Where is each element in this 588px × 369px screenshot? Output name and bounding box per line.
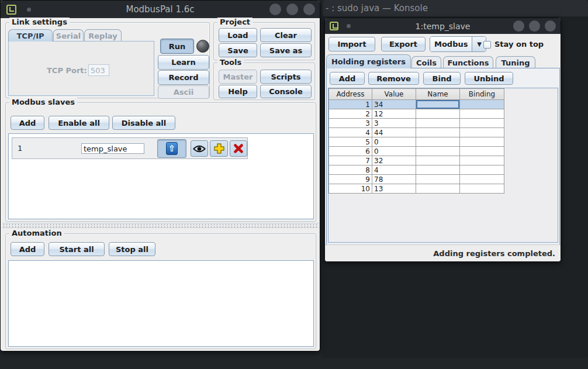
start-all-button[interactable]: Start all [49,242,105,256]
tab-holding-registers[interactable]: Holding registers [326,54,411,68]
save-as-button[interactable]: Save as [260,43,312,57]
table-row[interactable]: 50 [329,137,504,147]
minimize-button[interactable] [513,20,524,32]
value-cell[interactable]: 32 [372,156,416,165]
binding-cell[interactable] [460,119,504,128]
table-row[interactable]: 134 [329,100,504,109]
name-cell[interactable] [416,147,460,156]
save-button[interactable]: Save [219,43,257,57]
binding-cell[interactable] [460,147,504,156]
name-cell[interactable] [416,175,460,184]
run-button[interactable]: Run [160,39,194,54]
value-cell[interactable]: 44 [372,128,416,137]
name-cell[interactable] [416,137,460,147]
register-add-button[interactable]: Add [330,72,365,85]
address-cell[interactable]: 9 [329,175,372,184]
value-column-header[interactable]: Value [372,89,416,100]
tab-functions[interactable]: Functions [443,56,493,68]
tab-coils[interactable]: Coils [411,56,441,68]
tcp-port-field[interactable] [88,64,109,76]
binding-cell[interactable] [460,156,504,165]
table-row[interactable]: 60 [329,147,504,156]
close-button[interactable] [545,20,556,32]
import-button[interactable]: Import [328,37,375,51]
name-cell[interactable] [416,156,460,165]
ascii-button[interactable]: Ascii [158,85,209,99]
konsole-titlebar[interactable]: - : sudo java — Konsole [323,0,588,16]
value-cell[interactable]: 0 [372,147,416,156]
close-button[interactable] [303,4,315,15]
stop-all-button[interactable]: Stop all [109,242,155,256]
value-cell[interactable]: 3 [372,119,416,128]
binding-column-header[interactable]: Binding [460,89,504,100]
stay-on-top-checkbox[interactable] [483,41,491,49]
disable-all-button[interactable]: Disable all [112,116,175,130]
slave-add-button[interactable]: Add [11,116,44,130]
value-cell[interactable]: 4 [372,165,416,175]
name-cell[interactable] [416,128,460,137]
address-cell[interactable]: 3 [329,119,372,128]
value-cell[interactable]: 34 [372,100,416,109]
binding-cell[interactable] [460,137,504,147]
tab-tuning[interactable]: Tuning [496,56,535,68]
tab-tcpip[interactable]: TCP/IP [8,29,53,42]
enable-all-button[interactable]: Enable all [49,116,109,130]
export-button[interactable]: Export [381,37,426,51]
value-cell[interactable]: 12 [372,109,416,119]
name-column-header[interactable]: Name [416,89,460,100]
help-button[interactable]: Help [219,85,257,98]
table-row[interactable]: 732 [329,156,504,165]
value-cell[interactable]: 13 [372,184,416,194]
table-row[interactable]: 444 [329,128,504,137]
name-cell[interactable] [416,184,460,194]
binding-cell[interactable] [460,128,504,137]
table-row[interactable]: 978 [329,175,504,184]
table-row[interactable]: 33 [329,119,504,128]
name-cell[interactable] [416,109,460,119]
binding-cell[interactable] [460,184,504,194]
slave-titlebar[interactable]: 1:temp_slave [325,18,561,34]
modbuspal-titlebar[interactable]: ModbusPal 1.6c [1,1,320,18]
register-remove-button[interactable]: Remove [368,72,419,85]
name-cell[interactable] [416,119,460,128]
master-button[interactable]: Master [219,70,257,84]
address-column-header[interactable]: Address [329,89,372,100]
address-cell[interactable]: 5 [329,137,372,147]
slave-enable-toggle[interactable]: ⇧ [157,139,186,158]
load-button[interactable]: Load [219,28,257,42]
address-cell[interactable]: 4 [329,128,372,137]
address-cell[interactable]: 2 [329,109,372,119]
minimize-button[interactable] [269,4,281,15]
binding-cell[interactable] [460,109,504,119]
binding-cell[interactable] [460,175,504,184]
address-cell[interactable]: 6 [329,147,372,156]
address-cell[interactable]: 1 [329,100,372,109]
record-button[interactable]: Record [158,70,209,85]
table-row[interactable]: 212 [329,109,504,119]
automation-add-button[interactable]: Add [11,242,44,256]
slave-view-button[interactable] [191,140,208,157]
binding-cell[interactable] [460,165,504,175]
scripts-button[interactable]: Scripts [260,70,312,84]
bind-button[interactable]: Bind [423,72,461,85]
binding-cell[interactable] [460,100,504,109]
slave-delete-button[interactable] [230,140,247,157]
value-cell[interactable]: 0 [372,137,416,147]
value-cell[interactable]: 78 [372,175,416,184]
console-button[interactable]: Console [260,85,312,98]
table-row[interactable]: 84 [329,165,504,175]
protocol-select[interactable]: Modbus ▼ [430,36,486,52]
learn-button[interactable]: Learn [158,55,209,70]
unbind-button[interactable]: Unbind [465,72,513,85]
slave-name-field[interactable] [81,143,144,154]
splitter-handle[interactable] [2,223,319,228]
maximize-button[interactable] [529,20,540,32]
address-cell[interactable]: 7 [329,156,372,165]
address-cell[interactable]: 8 [329,165,372,175]
clear-button[interactable]: Clear [260,28,312,42]
slave-row[interactable]: 1 ⇧ [12,137,248,159]
name-cell[interactable] [416,165,460,175]
maximize-button[interactable] [286,4,298,15]
table-row[interactable]: 1013 [329,184,504,194]
tab-replay[interactable]: Replay [84,29,122,42]
